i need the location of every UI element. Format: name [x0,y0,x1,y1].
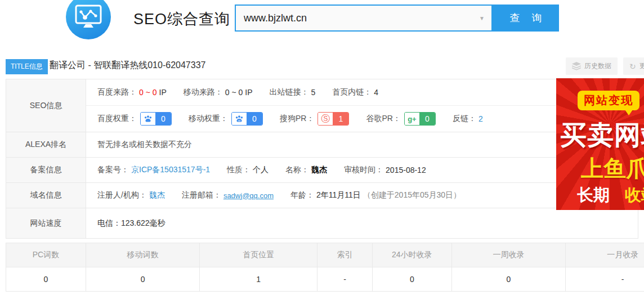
domain-label: 域名信息 [6,183,86,208]
seo-info-label: SEO信息 [6,79,86,132]
email-link[interactable]: sadwj@qq.com [223,191,274,200]
outlink-value: 5 [311,88,316,97]
registrant-link[interactable]: 魏杰 [149,190,165,200]
svg-text:m: m [238,119,240,122]
seo-info-table: SEO信息 百度来路： 0 ~ 0 IP 移动来路： 0 ~ 0 IP 出站链接… [6,79,638,239]
icp-nature-label: 性质： [227,165,251,175]
ad-subline: 上鱼爪 [581,153,644,184]
seo-query-page: SEO综合查询 ▼ 查 询 TITLE信息 翻译公司 - 智联翻译热线010-6… [0,0,644,295]
update-data-button[interactable]: ↻ 更新数据 [623,57,644,75]
mobile-paw-icon: m [232,113,247,125]
sogou-icon: Ⓢ [318,113,333,125]
age-value: 2年11月11日 [316,190,361,200]
stats-value-pc-words: 0 [6,267,86,291]
backlink-value-link[interactable]: 2 [478,114,483,123]
icp-audit-label: 审核时间： [344,165,383,175]
query-button[interactable]: 查 询 [493,5,559,32]
mobile-weight-label: 移动权重： [189,114,228,124]
stats-header-week: 一周收录 [451,243,566,267]
stats-value-home-position: 1 [199,267,317,291]
stats-header-home-position: 首页位置 [199,243,317,267]
sogou-pr-value: 1 [333,113,348,125]
mobile-traffic-unit: IP [245,88,252,97]
google-plus-icon: g+ [405,113,419,125]
title-bar-buttons: 历史数据 ↻ 更新数据 [566,57,644,75]
history-data-button[interactable]: 历史数据 [566,57,618,75]
inlink-value: 4 [374,88,378,97]
icp-nature-field: 性质： 个人 [227,165,269,175]
seo-logo-icon [66,0,111,39]
stats-value-row: 0 0 1 - 0 0 - [6,267,644,291]
google-pr-badge[interactable]: g+ 0 [404,112,436,126]
age-field: 年龄： 2年11月11日 （创建于2015年05月30日） [290,190,461,200]
stats-value-mobile-words: 0 [86,267,200,291]
icp-nature-value: 个人 [253,165,269,175]
stats-header-24h: 24小时收录 [372,243,451,267]
backlink-field: 反链： 2 [453,114,483,124]
mobile-traffic-field: 移动来路： 0 ~ 0 IP [184,87,253,97]
icp-audit-field: 审核时间： 2015-08-12 [344,165,426,175]
layers-icon [572,62,581,70]
age-note: （创建于2015年05月30日） [363,190,461,200]
google-pr-value: 0 [419,113,435,125]
sogou-pr-field: 搜狗PR： Ⓢ 1 [280,112,349,126]
email-field: 注册邮箱： sadwj@qq.com [182,190,274,200]
stats-value-month: - [565,267,644,291]
chevron-down-icon[interactable]: ▼ [479,15,485,21]
baidu-weight-badge[interactable]: 0 [140,112,172,126]
stats-value-week: 0 [451,267,566,291]
sogou-pr-badge[interactable]: Ⓢ 1 [317,112,349,126]
title-info-badge: TITLE信息 [6,59,48,74]
backlink-label: 反链： [453,114,476,124]
baidu-traffic-value: 0 ~ 0 [139,88,157,97]
alexa-row: ALEXA排名 暂无排名或相关数据不充分 [6,132,638,157]
icp-audit-date: 2015-08-12 [386,166,426,175]
outlink-label: 出站链接： [270,87,309,97]
ad-bubble-text: 网站变现 [578,91,639,110]
site-title-text: 翻译公司 - 智联翻译热线010-62047337 [50,60,205,71]
mobile-weight-value: 0 [247,113,262,125]
mobile-weight-badge[interactable]: m 0 [231,112,263,126]
baidu-traffic-label: 百度来路： [97,87,137,97]
icp-name-field: 名称： 魏杰 [285,165,327,175]
ad-banner[interactable]: 网站变现 买卖网站 上鱼爪 长期收站 [556,78,644,210]
title-bar: TITLE信息 翻译公司 - 智联翻译热线010-62047337 历史数据 ↻… [0,57,644,74]
traffic-subrow: 百度来路： 0 ~ 0 IP 移动来路： 0 ~ 0 IP 出站链接： 5 [86,79,638,105]
google-pr-label: 谷歌PR： [366,114,400,124]
mobile-traffic-label: 移动来路： [184,87,223,97]
stats-header-pc-words: PC词数 [6,243,86,267]
mobile-traffic-value: 0 ~ 0 [225,88,243,97]
baidu-paw-icon [141,113,155,125]
stats-header-index: 索引 [317,243,372,267]
baidu-weight-label: 百度权重： [97,114,137,124]
stats-value-24h: 0 [372,267,451,291]
icp-row: 备案信息 备案号： 京ICP备15031517号-1 性质： 个人 名称： 魏杰… [6,157,638,182]
speed-value: 电信：123.622毫秒 [97,218,166,229]
baidu-weight-field: 百度权重： 0 [97,112,172,126]
speed-label: 网站速度 [6,208,86,238]
mobile-weight-field: 移动权重： m 0 [189,112,263,126]
email-label: 注册邮箱： [182,190,221,200]
keyword-stats-table: PC词数 移动词数 首页位置 索引 24小时收录 一周收录 一月收录 0 0 1… [6,243,644,292]
inlink-field: 首页内链： 4 [332,87,378,97]
speed-row: 网站速度 电信：123.622毫秒 [6,208,638,238]
search-input[interactable] [235,5,493,32]
alexa-value: 暂无排名或相关数据不充分 [97,140,192,150]
icp-name-label: 名称： [285,165,309,175]
stats-header-mobile-words: 移动词数 [86,243,200,267]
ad-footline: 长期收站 [577,184,644,207]
icp-label: 备案信息 [6,158,86,182]
registrant-label: 注册人/机构： [97,190,147,200]
registrant-field: 注册人/机构： 魏杰 [97,190,165,200]
search-box: ▼ [235,5,493,32]
seo-info-row: SEO信息 百度来路： 0 ~ 0 IP 移动来路： 0 ~ 0 IP 出站链接… [6,79,638,132]
search-group: ▼ 查 询 [235,5,559,32]
sogou-pr-label: 搜狗PR： [280,114,314,124]
weight-subrow: 百度权重： 0 移动权重： [86,105,638,132]
icp-name-value: 魏杰 [311,165,327,175]
refresh-icon: ↻ [629,62,636,70]
outlink-field: 出站链接： 5 [270,87,316,97]
icp-number-link[interactable]: 京ICP备15031517号-1 [131,165,210,175]
age-label: 年龄： [290,190,314,200]
stats-header-row: PC词数 移动词数 首页位置 索引 24小时收录 一周收录 一月收录 [6,243,644,267]
